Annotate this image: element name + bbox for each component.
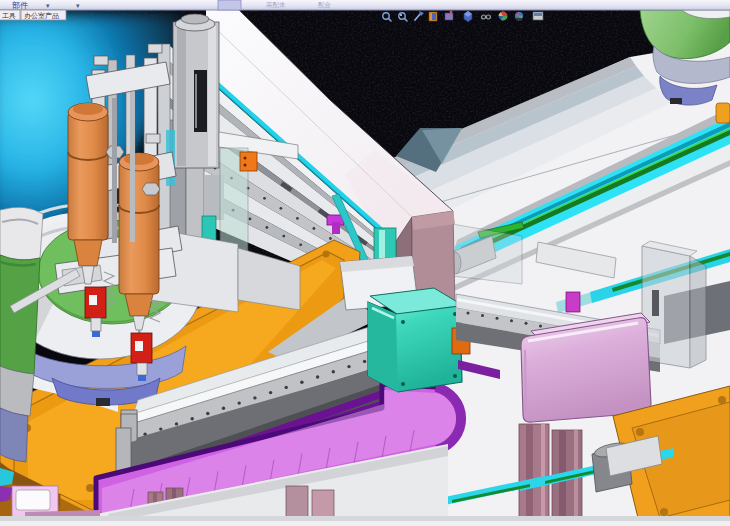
svg-text:▾: ▾	[76, 2, 80, 9]
svg-text:▾: ▾	[46, 2, 50, 9]
svg-text:配合: 配合	[318, 1, 332, 9]
svg-text:装配体: 装配体	[266, 1, 286, 9]
svg-text:工具: 工具	[2, 12, 16, 20]
svg-text:部件: 部件	[12, 1, 28, 10]
svg-text:办公室产品: 办公室产品	[24, 12, 59, 20]
